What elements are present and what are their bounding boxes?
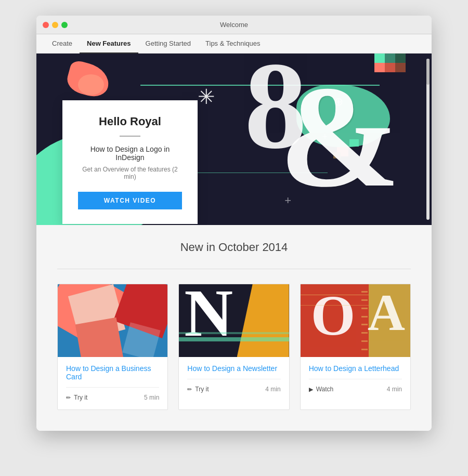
card-body-newsletter: How to Design a Newsletter ✏ Try it 4 mi… bbox=[179, 357, 289, 401]
card-link-letterhead[interactable]: How to Design a Letterhead bbox=[309, 364, 402, 373]
nav-tabs: Create New Features Getting Started Tips… bbox=[36, 34, 432, 54]
action-label-business-card: Try it bbox=[74, 394, 87, 401]
hero-divider bbox=[120, 136, 140, 137]
hero-description: Get an Overview of the features (2 min) bbox=[78, 166, 182, 180]
big-ampersand-decoration: & bbox=[279, 64, 400, 209]
tab-getting-started[interactable]: Getting Started bbox=[138, 34, 198, 54]
card-business-card: How to Design a Business Card ✏ Try it 5… bbox=[57, 284, 168, 410]
traffic-lights bbox=[43, 22, 68, 28]
card-body-letterhead: How to Design a Letterhead ▶ Watch 4 min bbox=[301, 357, 410, 401]
window-title: Welcome bbox=[220, 21, 248, 29]
play-icon: ▶ bbox=[309, 386, 313, 393]
close-button[interactable] bbox=[43, 22, 49, 28]
title-bar: Welcome bbox=[36, 16, 432, 34]
thumbnail-letterhead: O A bbox=[301, 284, 410, 357]
duration-business-card: 5 min bbox=[144, 394, 159, 401]
star-decoration: ✳ bbox=[198, 85, 215, 109]
hero-title: How to Design a Logo in InDesign bbox=[78, 145, 182, 162]
o-letter-decoration: O bbox=[311, 287, 356, 344]
card-link-business-card[interactable]: How to Design a Business Card bbox=[66, 364, 159, 381]
watch-video-button[interactable]: WATCH VIDEO bbox=[78, 192, 182, 209]
app-window: Welcome Create New Features Getting Star… bbox=[36, 16, 432, 431]
hero-greeting: Hello Royal bbox=[78, 115, 182, 128]
card-footer-letterhead: ▶ Watch 4 min bbox=[309, 379, 402, 393]
thumbnail-business-card bbox=[58, 284, 167, 357]
section-divider bbox=[57, 269, 411, 269]
card-newsletter: N How to Design a Newsletter ✏ Try it 4 … bbox=[178, 284, 289, 410]
thumbnail-newsletter: N bbox=[179, 284, 289, 357]
card-action-newsletter[interactable]: ✏ Try it bbox=[187, 386, 209, 393]
cards-grid: How to Design a Business Card ✏ Try it 5… bbox=[57, 284, 411, 410]
tab-new-features[interactable]: New Features bbox=[80, 34, 138, 54]
card-link-newsletter[interactable]: How to Design a Newsletter bbox=[187, 364, 280, 373]
card-body-business-card: How to Design a Business Card ✏ Try it 5… bbox=[58, 357, 167, 409]
scrollbar-thumb[interactable] bbox=[426, 59, 430, 85]
duration-letterhead: 4 min bbox=[387, 386, 402, 393]
maximize-button[interactable] bbox=[61, 22, 68, 28]
card-footer-newsletter: ✏ Try it 4 min bbox=[187, 379, 280, 393]
card-letterhead: O A bbox=[300, 284, 411, 410]
hero-scrollbar[interactable] bbox=[426, 59, 430, 220]
card-action-letterhead[interactable]: ▶ Watch bbox=[309, 386, 334, 393]
hero-section: ✳ ⊕ + + 8 & Hel bbox=[36, 54, 432, 225]
tab-tips[interactable]: Tips & Techniques bbox=[198, 34, 268, 54]
content-section: New in October 2014 How to Design a Busi… bbox=[36, 225, 432, 431]
minimize-button[interactable] bbox=[52, 22, 58, 28]
duration-newsletter: 4 min bbox=[265, 386, 280, 393]
card-footer-business-card: ✏ Try it 5 min bbox=[66, 387, 159, 401]
pencil-icon-2: ✏ bbox=[187, 386, 192, 393]
action-label-letterhead: Watch bbox=[316, 386, 334, 393]
section-title: New in October 2014 bbox=[57, 241, 411, 254]
hero-card: Hello Royal How to Design a Logo in InDe… bbox=[62, 100, 198, 224]
card-action-business-card[interactable]: ✏ Try it bbox=[66, 394, 87, 401]
tab-create[interactable]: Create bbox=[45, 34, 80, 54]
pencil-icon: ✏ bbox=[66, 394, 71, 401]
action-label-newsletter: Try it bbox=[195, 386, 209, 393]
a-letter-decoration: A bbox=[368, 287, 405, 339]
